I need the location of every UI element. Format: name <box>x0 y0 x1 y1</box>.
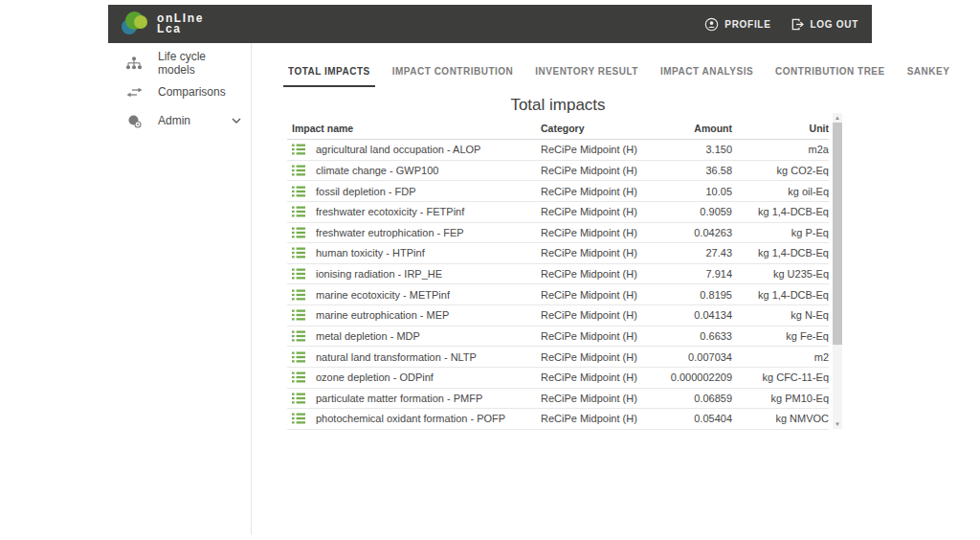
table-header-row: Impact name Category Amount Unit <box>287 118 829 140</box>
hierarchy-icon <box>125 56 143 70</box>
tab-impact-contribution[interactable]: IMPACT CONTRIBUTION <box>388 56 519 87</box>
impact-category: ReCiPe Midpoint (H) <box>541 413 656 424</box>
list-icon <box>292 144 305 155</box>
table-row[interactable]: fossil depletion - FDP ReCiPe Midpoint (… <box>287 181 829 202</box>
impact-amount: 27.43 <box>656 247 742 259</box>
chevron-down-icon[interactable] <box>232 118 241 124</box>
impact-name: natural land transformation - NLTP <box>316 351 477 363</box>
impact-amount: 7.914 <box>656 268 742 280</box>
logout-label: LOG OUT <box>811 19 858 30</box>
impact-unit: kg PM10-Eq <box>742 393 829 404</box>
list-icon <box>292 309 305 321</box>
table-body: agricultural land occupation - ALOP ReCi… <box>287 140 829 430</box>
impact-unit: kg oil-Eq <box>742 186 829 197</box>
impact-unit: kg 1,4-DCB-Eq <box>742 289 829 301</box>
impact-unit: kg 1,4-DCB-Eq <box>742 247 829 259</box>
impact-amount: 36.58 <box>656 165 742 176</box>
tab-total-impacts[interactable]: TOTAL IMPACTS <box>283 56 375 87</box>
profile-button[interactable]: PROFILE <box>704 17 770 32</box>
impact-name: marine eutrophication - MEP <box>316 309 449 321</box>
table-row[interactable]: natural land transformation - NLTP ReCiP… <box>287 347 829 368</box>
table-row[interactable]: marine ecotoxicity - METPinf ReCiPe Midp… <box>287 284 829 305</box>
tab-inventory-result[interactable]: INVENTORY RESULT <box>530 56 643 87</box>
table-row[interactable]: ionising radiation - IRP_HE ReCiPe Midpo… <box>287 264 829 285</box>
scrollbar-up-arrow[interactable]: ▲ <box>833 113 842 123</box>
impact-amount: 3.150 <box>656 144 742 155</box>
sidebar-item-life-cycle-models[interactable]: Life cycle models <box>108 49 251 78</box>
table-row[interactable]: metal depletion - MDP ReCiPe Midpoint (H… <box>287 326 829 348</box>
list-icon <box>292 165 305 176</box>
list-icon <box>292 227 305 238</box>
impact-amount: 0.04134 <box>656 309 742 321</box>
impact-name: fossil depletion - FDP <box>316 186 416 197</box>
impact-amount: 0.9059 <box>656 206 742 217</box>
impact-unit: m2a <box>742 144 829 155</box>
logo-text: onLIne Lca <box>157 13 204 34</box>
compare-arrows-icon <box>125 86 143 99</box>
tab-impact-analysis[interactable]: IMPACT ANALYSIS <box>656 56 758 87</box>
sidebar: Life cycle models Comparisons <box>108 49 251 135</box>
list-icon <box>292 186 305 197</box>
column-header-amount: Amount <box>656 123 742 134</box>
sidebar-item-label: Comparisons <box>158 85 226 99</box>
impact-unit: kg CO2-Eq <box>742 165 829 176</box>
list-icon <box>292 247 305 259</box>
list-icon <box>292 351 305 363</box>
impact-amount: 0.6633 <box>656 330 742 342</box>
logout-button[interactable]: LOG OUT <box>791 17 858 32</box>
impact-category: ReCiPe Midpoint (H) <box>541 227 656 238</box>
sidebar-item-comparisons[interactable]: Comparisons <box>108 78 251 106</box>
impact-name: freshwater ecotoxicity - FETPinf <box>316 206 464 217</box>
sidebar-item-label: Admin <box>158 114 190 127</box>
table-row[interactable]: freshwater ecotoxicity - FETPinf ReCiPe … <box>287 202 829 223</box>
list-icon <box>292 268 305 280</box>
scrollbar-down-arrow[interactable]: ▼ <box>833 419 842 429</box>
impact-category: ReCiPe Midpoint (H) <box>541 186 656 197</box>
impact-name: ionising radiation - IRP_HE <box>316 268 442 280</box>
impact-amount: 0.007034 <box>656 351 742 363</box>
sidebar-item-admin[interactable]: Admin <box>108 106 251 135</box>
impact-category: ReCiPe Midpoint (H) <box>541 144 656 155</box>
impact-category: ReCiPe Midpoint (H) <box>541 268 656 280</box>
impact-category: ReCiPe Midpoint (H) <box>541 351 656 363</box>
logo-line2: Lca <box>157 24 204 34</box>
impact-amount: 0.04263 <box>656 227 742 238</box>
list-icon <box>292 289 305 301</box>
table-scrollbar: ▲ ▼ <box>833 113 842 429</box>
app-bar: onLIne Lca PROFILE <box>108 5 872 43</box>
impact-unit: kg 1,4-DCB-Eq <box>742 206 829 217</box>
impact-amount: 0.000002209 <box>656 371 742 383</box>
app-logo[interactable]: onLIne Lca <box>122 11 204 37</box>
scrollbar-thumb[interactable] <box>833 123 842 345</box>
profile-icon <box>704 17 719 32</box>
table-row[interactable]: particulate matter formation - PMFP ReCi… <box>287 389 829 410</box>
tab-sankey[interactable]: SANKEY <box>902 56 955 87</box>
impact-category: ReCiPe Midpoint (H) <box>541 393 656 404</box>
impact-category: ReCiPe Midpoint (H) <box>541 309 656 321</box>
page: onLIne Lca PROFILE <box>0 0 980 540</box>
profile-label: PROFILE <box>724 19 770 30</box>
impact-category: ReCiPe Midpoint (H) <box>541 289 656 301</box>
impact-category: ReCiPe Midpoint (H) <box>541 165 656 176</box>
impact-name: human toxicity - HTPinf <box>316 247 425 259</box>
impact-unit: m2 <box>742 351 829 363</box>
page-title: Total impacts <box>287 96 829 115</box>
table-row[interactable]: marine eutrophication - MEP ReCiPe Midpo… <box>287 305 829 326</box>
impact-name: metal depletion - MDP <box>316 330 420 342</box>
impact-name: marine ecotoxicity - METPinf <box>316 289 450 301</box>
admin-icon <box>125 114 143 128</box>
impact-amount: 0.05404 <box>656 413 742 424</box>
impact-unit: kg U235-Eq <box>742 268 829 280</box>
impact-amount: 10.05 <box>656 186 742 197</box>
table-row[interactable]: ozone depletion - ODPinf ReCiPe Midpoint… <box>287 368 829 389</box>
table-row[interactable]: climate change - GWP100 ReCiPe Midpoint … <box>287 161 829 182</box>
logout-icon <box>791 17 805 32</box>
table-row[interactable]: photochemical oxidant formation - POFP R… <box>287 409 829 430</box>
impact-name: photochemical oxidant formation - POFP <box>316 413 505 424</box>
list-icon <box>292 413 305 424</box>
tab-contribution-tree[interactable]: CONTRIBUTION TREE <box>770 56 890 87</box>
table-row[interactable]: agricultural land occupation - ALOP ReCi… <box>287 140 829 161</box>
table-row[interactable]: human toxicity - HTPinf ReCiPe Midpoint … <box>287 243 829 264</box>
impact-name: freshwater eutrophication - FEP <box>316 227 464 238</box>
table-row[interactable]: freshwater eutrophication - FEP ReCiPe M… <box>287 223 829 244</box>
